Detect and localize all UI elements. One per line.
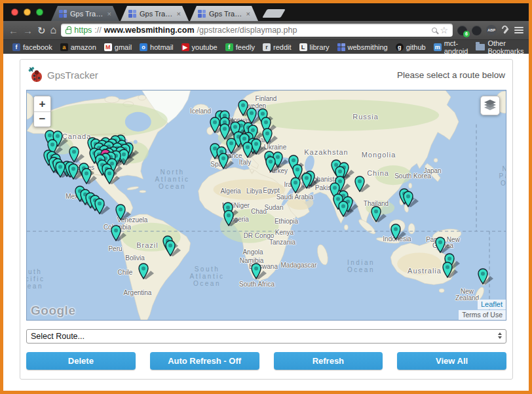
bookmark-label: websmithing [348, 43, 388, 51]
map-marker[interactable] [115, 204, 134, 221]
bookmark-youtube[interactable]: ▶youtube [178, 40, 221, 54]
bookmark-feedly[interactable]: ffeedly [221, 40, 259, 54]
app-title: GpsTracker [47, 69, 98, 81]
close-window-button[interactable] [11, 9, 18, 16]
gpstracker-panel: GpsTracker Please select a route below [20, 59, 513, 380]
map-marker[interactable] [265, 156, 284, 173]
feedly-icon: f [225, 43, 233, 51]
tab-1[interactable]: Gps Tracker× [51, 6, 119, 21]
brand: GpsTracker [28, 66, 98, 83]
home-button-icon[interactable] [50, 25, 57, 35]
wrench-icon[interactable] [501, 26, 510, 35]
map-marker[interactable] [442, 262, 461, 279]
google-logo: Google [31, 304, 75, 318]
adblock-plus-icon[interactable]: ABP [486, 25, 497, 35]
bookmark-label: github [406, 43, 426, 51]
library-icon: L [299, 43, 307, 51]
chrome-menu-icon[interactable] [514, 27, 523, 33]
tab-close-icon[interactable]: × [246, 10, 250, 18]
bookmark-library[interactable]: Llibrary [295, 40, 333, 54]
bookmark-label: reddit [273, 43, 292, 51]
bookmark-facebook[interactable]: ffacebook [9, 40, 56, 54]
tab-title: Gps Tracker [209, 10, 243, 18]
search-icon[interactable] [432, 28, 437, 33]
map-marker[interactable] [104, 168, 123, 185]
tabs: Gps Tracker×Gps Tracker×Gps Tracker× [51, 6, 259, 21]
bookmark-reddit[interactable]: rreddit [259, 40, 295, 54]
leaflet-attribution-link[interactable]: Leaflet [478, 300, 506, 309]
tab-3[interactable]: Gps Tracker× [190, 6, 258, 21]
map-marker[interactable] [138, 263, 157, 280]
page-background: GpsTracker Please select a route below [3, 59, 529, 394]
layers-control[interactable] [480, 96, 500, 115]
forward-button-icon[interactable] [23, 26, 33, 35]
tab-strip: Gps Tracker×Gps Tracker×Gps Tracker× [3, 3, 529, 21]
bookmark-star-icon[interactable] [440, 26, 448, 35]
route-select-row: Select Route... [26, 329, 506, 344]
tab-close-icon[interactable]: × [177, 10, 181, 18]
refresh-button[interactable]: Refresh [274, 352, 383, 370]
map-marker[interactable] [290, 177, 309, 194]
window-controls [7, 9, 51, 21]
map-marker[interactable] [390, 224, 409, 241]
zoom-in-button[interactable]: + [34, 96, 50, 111]
bookmark-hotmail[interactable]: ohotmail [136, 40, 177, 54]
minimize-window-button[interactable] [24, 9, 31, 16]
url-separator: :// [94, 26, 101, 35]
facebook-icon: f [12, 43, 20, 51]
map-marker[interactable] [81, 168, 100, 185]
map[interactable]: CanadaUnited StatesMexicoVenezuelaColomb… [26, 90, 506, 321]
map-marker[interactable] [337, 201, 357, 218]
extension-icons: 6 ABP [457, 25, 523, 35]
site-favicon [59, 10, 67, 18]
tab-title: Gps Tracker [140, 10, 174, 18]
zoom-control: + − [33, 96, 51, 127]
auto-refresh-button[interactable]: Auto Refresh - Off [150, 352, 259, 370]
other-bookmarks-button[interactable]: Other Bookmarks [472, 40, 527, 54]
bookmark-github[interactable]: ggithub [392, 40, 430, 54]
new-tab-button[interactable] [262, 9, 286, 18]
delete-button[interactable]: Delete [26, 352, 136, 370]
browser-toolbar: https :// www.websmithing.com /gpstracke… [3, 21, 529, 40]
map-marker[interactable] [402, 191, 422, 208]
bookmark-label: amazon [71, 43, 96, 51]
bookmark-label: facebook [23, 43, 52, 51]
map-marker[interactable] [434, 237, 454, 254]
site-favicon [198, 10, 206, 18]
zoom-out-button[interactable]: − [34, 111, 50, 127]
bookmark-amazon[interactable]: aamazon [56, 40, 100, 54]
map-marker[interactable] [250, 263, 270, 280]
back-button-icon[interactable] [9, 26, 18, 35]
tab-close-icon[interactable]: × [107, 10, 111, 18]
map-marker[interactable] [110, 225, 130, 242]
map-marker[interactable] [94, 198, 113, 215]
browser-window: { "colors": { "frame":"#e8831f", "button… [0, 0, 532, 394]
map-marker[interactable] [370, 206, 390, 223]
reload-button-icon[interactable] [37, 26, 46, 35]
reddit-icon: r [263, 43, 271, 51]
bookmark-label: feedly [236, 43, 255, 51]
hotmail-icon: o [140, 43, 147, 51]
bookmark-label: gmail [115, 43, 132, 51]
tab-title: Gps Tracker [70, 10, 104, 18]
terms-of-use-link[interactable]: Terms of Use [459, 310, 506, 320]
zoom-window-button[interactable] [36, 9, 43, 16]
route-select[interactable]: Select Route... [26, 329, 506, 344]
bookmark-items: ffacebookaamazonMgmailohotmail▶youtubeff… [9, 40, 472, 54]
extension-icon[interactable] [472, 26, 482, 35]
map-marker[interactable] [242, 142, 261, 159]
gpstracker-logo-icon [28, 66, 45, 83]
map-marker[interactable] [223, 210, 242, 227]
map-marker[interactable] [218, 153, 237, 170]
tab-2[interactable]: Gps Tracker× [121, 6, 189, 21]
blocker-extension-icon[interactable]: 6 [457, 26, 467, 35]
bookmark-label: library [310, 43, 330, 51]
map-marker[interactable] [477, 268, 497, 285]
bookmark-mct-android[interactable]: mmct-android [430, 40, 472, 54]
bookmark-websmithing[interactable]: websmithing [333, 40, 392, 54]
bookmark-gmail[interactable]: Mgmail [100, 40, 136, 54]
view-all-button[interactable]: View All [397, 352, 506, 370]
panel-header: GpsTracker Please select a route below [26, 60, 506, 90]
map-marker[interactable] [164, 240, 184, 257]
address-bar[interactable]: https :// www.websmithing.com /gpstracke… [61, 24, 453, 37]
